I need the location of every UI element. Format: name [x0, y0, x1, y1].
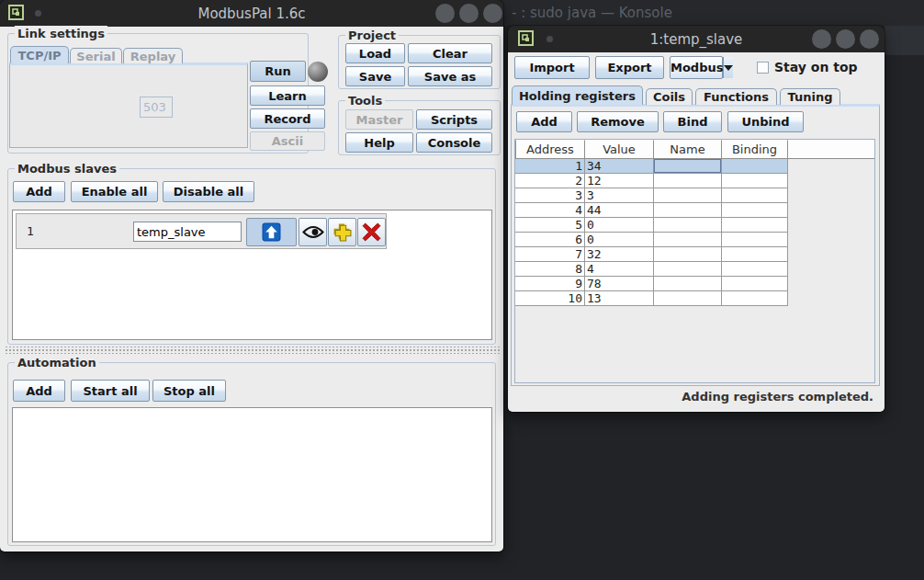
unbind-button[interactable]: Unbind: [727, 111, 804, 132]
load-button[interactable]: Load: [345, 43, 405, 63]
tab-functions[interactable]: Functions: [695, 88, 777, 105]
tab-holding-registers[interactable]: Holding registers: [512, 85, 643, 105]
column-header-binding: Binding: [722, 140, 788, 158]
column-header-address: Address: [515, 140, 585, 158]
table-row[interactable]: 2 12: [515, 174, 874, 188]
table-row[interactable]: 6 0: [515, 233, 874, 247]
minimize-button[interactable]: [435, 4, 455, 23]
duplicate-slave-button[interactable]: [328, 218, 356, 246]
learn-button[interactable]: Learn: [250, 85, 325, 106]
column-header-name: Name: [654, 140, 722, 158]
add-automation-button[interactable]: Add: [13, 380, 65, 402]
table-row[interactable]: 8 4: [515, 262, 874, 277]
record-button[interactable]: Record: [250, 108, 325, 129]
table-row[interactable]: 5 0: [515, 218, 874, 233]
view-slave-button[interactable]: [299, 218, 327, 246]
x-icon: [362, 222, 381, 242]
tcp-port-field[interactable]: [140, 97, 173, 118]
table-row[interactable]: 7 32: [515, 247, 874, 262]
table-row[interactable]: 1 34: [515, 159, 874, 174]
column-header-value: Value: [585, 140, 654, 158]
tools-title: Tools: [345, 93, 385, 108]
stop-all-button[interactable]: Stop all: [152, 380, 226, 402]
tab-tcpip[interactable]: TCP/IP: [10, 46, 69, 63]
table-row[interactable]: 4 44: [515, 203, 874, 218]
protocol-dropdown[interactable]: Modbus: [670, 56, 723, 79]
automation-list-panel: [12, 407, 492, 542]
slave-window: 1:temp_slave Import Export Modbus Stay o…: [508, 26, 885, 412]
slave-name-field[interactable]: [133, 222, 242, 242]
stay-on-top-label: Stay on top: [774, 60, 858, 74]
remove-register-button[interactable]: Remove: [577, 111, 659, 132]
minimize-button[interactable]: [812, 29, 831, 49]
table-row[interactable]: 9 78: [515, 277, 874, 291]
slave-window-content: Import Export Modbus Stay on top Holding…: [508, 52, 885, 412]
table-row[interactable]: 3 3: [515, 188, 874, 203]
add-slave-button[interactable]: Add: [13, 181, 65, 202]
slave-window-titlebar[interactable]: 1:temp_slave: [508, 26, 885, 52]
ascii-button[interactable]: Ascii: [250, 131, 325, 151]
run-led-indicator: [308, 62, 328, 82]
chevron-down-icon: [724, 65, 733, 71]
plus-icon: [332, 222, 352, 242]
konsole-window-edge: [885, 26, 924, 55]
delete-slave-button[interactable]: [357, 218, 386, 246]
registers-scrollpane: Address Value Name Binding 1 34 2 12 3 3: [514, 139, 875, 383]
tab-tuning[interactable]: Tuning: [780, 88, 840, 105]
save-as-button[interactable]: Save as: [408, 66, 492, 86]
modbuspal-window: ModbusPal 1.6c Link settings TCP/IP Seri…: [0, 0, 503, 552]
tab-replay[interactable]: Replay: [123, 48, 183, 63]
import-button[interactable]: Import: [514, 56, 590, 79]
scripts-button[interactable]: Scripts: [416, 109, 492, 130]
add-register-button[interactable]: Add: [516, 111, 572, 132]
maximize-button[interactable]: [459, 4, 479, 23]
help-button[interactable]: Help: [345, 132, 413, 153]
slave-id: 1: [27, 224, 34, 238]
master-button[interactable]: Master: [345, 109, 413, 130]
tcpip-tab-panel: [9, 63, 248, 148]
close-button[interactable]: [860, 29, 879, 49]
automation-title: Automation: [15, 355, 99, 370]
run-button[interactable]: Run: [250, 61, 306, 82]
clear-button[interactable]: Clear: [408, 43, 492, 63]
start-all-button[interactable]: Start all: [71, 380, 150, 402]
splitpane-divider[interactable]: [4, 347, 500, 354]
window-title: ModbusPal 1.6c: [0, 6, 503, 22]
eye-icon: [302, 225, 324, 239]
dropdown-arrow-button[interactable]: [723, 57, 733, 78]
tab-coils[interactable]: Coils: [646, 88, 693, 105]
status-bar: Adding registers completed.: [508, 390, 873, 404]
konsole-title-text: - : sudo java — Konsole: [512, 5, 672, 21]
protocol-dropdown-value: Modbus: [670, 57, 723, 78]
slave-row[interactable]: 1: [16, 213, 387, 249]
save-button[interactable]: Save: [345, 66, 405, 86]
slave-enabled-toggle[interactable]: [246, 218, 297, 246]
export-button[interactable]: Export: [595, 56, 664, 79]
close-button[interactable]: [483, 4, 502, 23]
table-header: Address Value Name Binding: [515, 140, 874, 159]
stay-on-top-checkbox[interactable]: [757, 62, 769, 74]
modbuspal-titlebar[interactable]: ModbusPal 1.6c: [0, 0, 503, 27]
modbuspal-content: Link settings TCP/IP Serial Replay TCP P…: [0, 27, 503, 552]
table-row[interactable]: 10 13: [515, 291, 874, 306]
modbus-slaves-title: Modbus slaves: [15, 161, 119, 176]
enable-all-button[interactable]: Enable all: [71, 181, 158, 202]
disable-all-button[interactable]: Disable all: [163, 181, 254, 202]
maximize-button[interactable]: [836, 29, 855, 49]
bind-button[interactable]: Bind: [663, 111, 722, 132]
console-button[interactable]: Console: [416, 132, 492, 153]
tab-serial[interactable]: Serial: [70, 48, 122, 63]
project-title: Project: [345, 28, 399, 43]
focused-cell[interactable]: [654, 159, 722, 174]
arrow-up-icon: [262, 222, 281, 242]
link-settings-title: Link settings: [15, 26, 107, 41]
